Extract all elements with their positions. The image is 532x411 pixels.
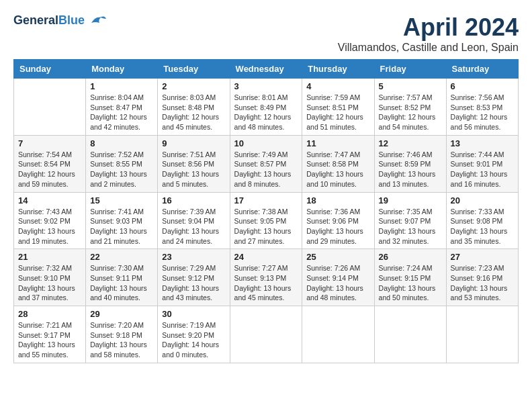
day-info: Sunrise: 7:32 AMSunset: 9:10 PMDaylight:… bbox=[18, 263, 81, 303]
calendar-cell bbox=[230, 306, 302, 363]
calendar-cell: 2Sunrise: 8:03 AMSunset: 8:48 PMDaylight… bbox=[158, 79, 230, 136]
calendar-cell bbox=[446, 306, 518, 363]
month-title: April 2024 bbox=[338, 13, 519, 42]
day-number: 6 bbox=[451, 81, 514, 91]
day-info: Sunrise: 7:47 AMSunset: 8:58 PMDaylight:… bbox=[306, 150, 369, 189]
calendar-cell: 23Sunrise: 7:29 AMSunset: 9:12 PMDayligh… bbox=[158, 249, 230, 306]
header-tuesday: Tuesday bbox=[158, 60, 230, 79]
calendar-cell: 20Sunrise: 7:33 AMSunset: 9:08 PMDayligh… bbox=[446, 192, 518, 249]
day-info: Sunrise: 8:04 AMSunset: 8:47 PMDaylight:… bbox=[90, 93, 153, 132]
day-info: Sunrise: 7:38 AMSunset: 9:05 PMDaylight:… bbox=[234, 207, 298, 246]
day-info: Sunrise: 7:52 AMSunset: 8:55 PMDaylight:… bbox=[90, 150, 153, 189]
calendar-cell: 7Sunrise: 7:54 AMSunset: 8:54 PMDaylight… bbox=[14, 135, 86, 192]
day-info: Sunrise: 7:51 AMSunset: 8:56 PMDaylight:… bbox=[162, 150, 225, 189]
day-info: Sunrise: 7:23 AMSunset: 9:16 PMDaylight:… bbox=[451, 263, 514, 303]
day-number: 8 bbox=[90, 138, 153, 148]
header-friday: Friday bbox=[374, 60, 446, 79]
day-info: Sunrise: 7:27 AMSunset: 9:13 PMDaylight:… bbox=[234, 263, 298, 303]
calendar-cell: 1Sunrise: 8:04 AMSunset: 8:47 PMDaylight… bbox=[86, 79, 158, 136]
calendar-cell: 15Sunrise: 7:41 AMSunset: 9:03 PMDayligh… bbox=[86, 192, 158, 249]
day-number: 22 bbox=[90, 252, 153, 262]
header-sunday: Sunday bbox=[14, 60, 86, 79]
calendar-cell: 10Sunrise: 7:49 AMSunset: 8:57 PMDayligh… bbox=[230, 135, 302, 192]
calendar-week-row: 28Sunrise: 7:21 AMSunset: 9:17 PMDayligh… bbox=[14, 306, 519, 363]
calendar-cell: 3Sunrise: 8:01 AMSunset: 8:49 PMDaylight… bbox=[230, 79, 302, 136]
calendar-cell: 29Sunrise: 7:20 AMSunset: 9:18 PMDayligh… bbox=[86, 306, 158, 363]
calendar-cell: 5Sunrise: 7:57 AMSunset: 8:52 PMDaylight… bbox=[374, 79, 446, 136]
calendar-cell: 6Sunrise: 7:56 AMSunset: 8:53 PMDaylight… bbox=[446, 79, 518, 136]
calendar-week-row: 14Sunrise: 7:43 AMSunset: 9:02 PMDayligh… bbox=[14, 192, 519, 249]
day-number: 3 bbox=[234, 81, 298, 91]
calendar-cell: 17Sunrise: 7:38 AMSunset: 9:05 PMDayligh… bbox=[230, 192, 302, 249]
day-number: 24 bbox=[234, 252, 298, 262]
calendar-cell: 21Sunrise: 7:32 AMSunset: 9:10 PMDayligh… bbox=[14, 249, 86, 306]
day-number: 13 bbox=[451, 138, 514, 148]
calendar-cell: 13Sunrise: 7:44 AMSunset: 9:01 PMDayligh… bbox=[446, 135, 518, 192]
day-info: Sunrise: 7:44 AMSunset: 9:01 PMDaylight:… bbox=[451, 150, 514, 189]
header-monday: Monday bbox=[86, 60, 158, 79]
day-number: 29 bbox=[90, 309, 153, 319]
location-subtitle: Villamandos, Castille and Leon, Spain bbox=[338, 42, 519, 54]
day-info: Sunrise: 8:03 AMSunset: 8:48 PMDaylight:… bbox=[162, 93, 225, 132]
calendar-cell: 30Sunrise: 7:19 AMSunset: 9:20 PMDayligh… bbox=[158, 306, 230, 363]
calendar-cell: 28Sunrise: 7:21 AMSunset: 9:17 PMDayligh… bbox=[14, 306, 86, 363]
calendar-cell: 14Sunrise: 7:43 AMSunset: 9:02 PMDayligh… bbox=[14, 192, 86, 249]
day-number: 12 bbox=[379, 138, 442, 148]
day-number: 21 bbox=[18, 252, 81, 262]
day-info: Sunrise: 7:41 AMSunset: 9:03 PMDaylight:… bbox=[90, 207, 153, 246]
calendar-week-row: 21Sunrise: 7:32 AMSunset: 9:10 PMDayligh… bbox=[14, 249, 519, 306]
title-area: April 2024 Villamandos, Castille and Leo… bbox=[338, 13, 519, 54]
calendar-cell bbox=[302, 306, 374, 363]
logo-text: GeneralBlue bbox=[13, 14, 85, 28]
calendar-cell: 18Sunrise: 7:36 AMSunset: 9:06 PMDayligh… bbox=[302, 192, 374, 249]
day-number: 17 bbox=[234, 195, 298, 205]
calendar-cell: 25Sunrise: 7:26 AMSunset: 9:14 PMDayligh… bbox=[302, 249, 374, 306]
day-info: Sunrise: 7:20 AMSunset: 9:18 PMDaylight:… bbox=[90, 320, 153, 360]
day-number: 23 bbox=[162, 252, 225, 262]
day-number: 25 bbox=[306, 252, 369, 262]
day-info: Sunrise: 7:36 AMSunset: 9:06 PMDaylight:… bbox=[306, 207, 369, 246]
day-info: Sunrise: 7:30 AMSunset: 9:11 PMDaylight:… bbox=[90, 263, 153, 303]
day-number: 30 bbox=[162, 309, 225, 319]
day-info: Sunrise: 7:35 AMSunset: 9:07 PMDaylight:… bbox=[379, 207, 442, 246]
calendar-cell bbox=[14, 79, 86, 136]
calendar-cell: 9Sunrise: 7:51 AMSunset: 8:56 PMDaylight… bbox=[158, 135, 230, 192]
day-info: Sunrise: 7:33 AMSunset: 9:08 PMDaylight:… bbox=[451, 207, 514, 246]
calendar-header-row: SundayMondayTuesdayWednesdayThursdayFrid… bbox=[14, 60, 519, 79]
day-info: Sunrise: 7:26 AMSunset: 9:14 PMDaylight:… bbox=[306, 263, 369, 303]
calendar-week-row: 7Sunrise: 7:54 AMSunset: 8:54 PMDaylight… bbox=[14, 135, 519, 192]
day-number: 28 bbox=[18, 309, 81, 319]
calendar-cell: 19Sunrise: 7:35 AMSunset: 9:07 PMDayligh… bbox=[374, 192, 446, 249]
logo-bird-icon bbox=[86, 13, 107, 28]
calendar-cell: 27Sunrise: 7:23 AMSunset: 9:16 PMDayligh… bbox=[446, 249, 518, 306]
calendar-cell: 26Sunrise: 7:24 AMSunset: 9:15 PMDayligh… bbox=[374, 249, 446, 306]
day-info: Sunrise: 7:59 AMSunset: 8:51 PMDaylight:… bbox=[306, 93, 369, 132]
day-info: Sunrise: 7:43 AMSunset: 9:02 PMDaylight:… bbox=[18, 207, 81, 246]
day-number: 1 bbox=[90, 81, 153, 91]
calendar-cell: 24Sunrise: 7:27 AMSunset: 9:13 PMDayligh… bbox=[230, 249, 302, 306]
day-number: 26 bbox=[379, 252, 442, 262]
day-number: 27 bbox=[451, 252, 514, 262]
day-number: 18 bbox=[306, 195, 369, 205]
calendar-cell: 8Sunrise: 7:52 AMSunset: 8:55 PMDaylight… bbox=[86, 135, 158, 192]
day-info: Sunrise: 7:19 AMSunset: 9:20 PMDaylight:… bbox=[162, 320, 225, 360]
day-number: 11 bbox=[306, 138, 369, 148]
day-info: Sunrise: 7:56 AMSunset: 8:53 PMDaylight:… bbox=[451, 93, 514, 132]
calendar-cell: 16Sunrise: 7:39 AMSunset: 9:04 PMDayligh… bbox=[158, 192, 230, 249]
day-info: Sunrise: 7:29 AMSunset: 9:12 PMDaylight:… bbox=[162, 263, 225, 303]
day-info: Sunrise: 7:54 AMSunset: 8:54 PMDaylight:… bbox=[18, 150, 81, 189]
day-info: Sunrise: 7:57 AMSunset: 8:52 PMDaylight:… bbox=[379, 93, 442, 132]
day-number: 14 bbox=[18, 195, 81, 205]
day-number: 20 bbox=[451, 195, 514, 205]
day-info: Sunrise: 8:01 AMSunset: 8:49 PMDaylight:… bbox=[234, 93, 298, 132]
calendar-cell bbox=[374, 306, 446, 363]
day-number: 5 bbox=[379, 81, 442, 91]
day-number: 16 bbox=[162, 195, 225, 205]
logo: GeneralBlue bbox=[13, 13, 107, 28]
calendar-cell: 22Sunrise: 7:30 AMSunset: 9:11 PMDayligh… bbox=[86, 249, 158, 306]
calendar-cell: 4Sunrise: 7:59 AMSunset: 8:51 PMDaylight… bbox=[302, 79, 374, 136]
day-number: 7 bbox=[18, 138, 81, 148]
calendar-cell: 11Sunrise: 7:47 AMSunset: 8:58 PMDayligh… bbox=[302, 135, 374, 192]
day-number: 15 bbox=[90, 195, 153, 205]
day-info: Sunrise: 7:46 AMSunset: 8:59 PMDaylight:… bbox=[379, 150, 442, 189]
